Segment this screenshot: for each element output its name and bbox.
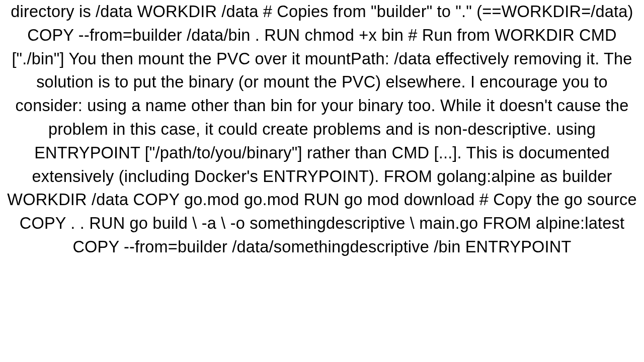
- body-text: directory is /data WORKDIR /data # Copie…: [7, 3, 636, 256]
- document-body: directory is /data WORKDIR /data # Copie…: [0, 0, 644, 259]
